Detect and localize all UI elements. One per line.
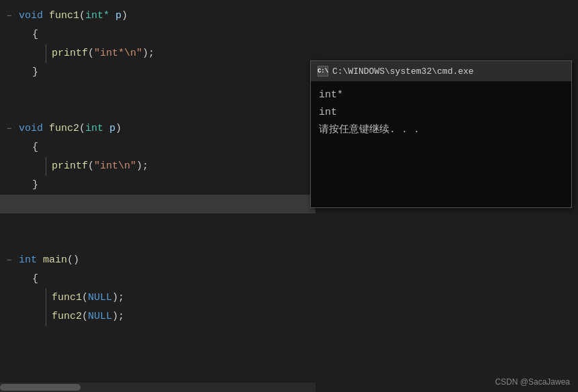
fold-btn-func1[interactable]: − [7,7,16,26]
code-line-main-header: − int main () [0,251,316,270]
blank-line-1 [0,82,316,101]
code-line-main-func1-call: func1 ( NULL ); [27,289,316,307]
code-line-func2-close: } [13,176,316,195]
code-line-func2-open: { [13,138,316,157]
cmd-titlebar[interactable]: C:\ C:\WINDOWS\system32\cmd.exe [311,61,571,81]
blank-line-4 [0,232,316,251]
blank-line-3 [0,213,316,232]
cmd-body: int* int 请按任意键继续. . . [311,81,571,207]
fold-btn-main[interactable]: − [7,251,16,270]
cmd-icon: C:\ [318,66,328,77]
cmd-output-line-2: int [319,104,563,121]
cmd-window: C:\ C:\WINDOWS\system32\cmd.exe int* int… [310,60,572,208]
blank-line-highlighted [0,195,316,213]
code-line-func2-header: − void func2 ( int p ) [0,119,316,138]
code-line-func1-close: } [13,63,316,82]
scrollbar-thumb[interactable] [0,384,81,391]
horizontal-scrollbar[interactable] [0,383,316,392]
watermark: CSDN @SacaJawea [495,377,570,387]
code-editor: − void func1 ( int* p ) { printf ( "int*… [0,0,316,392]
code-line-func1-body: printf ( "int*\n" ); [27,44,316,63]
code-line-func1-open: { [13,26,316,44]
code-line-func1-header: − void func1 ( int* p ) [0,7,316,26]
guide-line-3 [46,289,46,307]
cmd-output-line-1: int* [319,87,563,104]
guide-line-2 [46,157,46,176]
cmd-title-text: C:\WINDOWS\system32\cmd.exe [332,66,474,77]
guide-line [46,44,46,63]
blank-line-2 [0,101,316,119]
guide-line-4 [46,307,46,326]
code-line-main-func2-call: func2 ( NULL ); [27,307,316,326]
fold-btn-func2[interactable]: − [7,119,16,138]
cmd-continue-prompt: 请按任意键继续. . . [319,121,563,139]
code-line-func2-body: printf ( "int\n" ); [27,157,316,176]
code-line-main-open: { [13,270,316,289]
